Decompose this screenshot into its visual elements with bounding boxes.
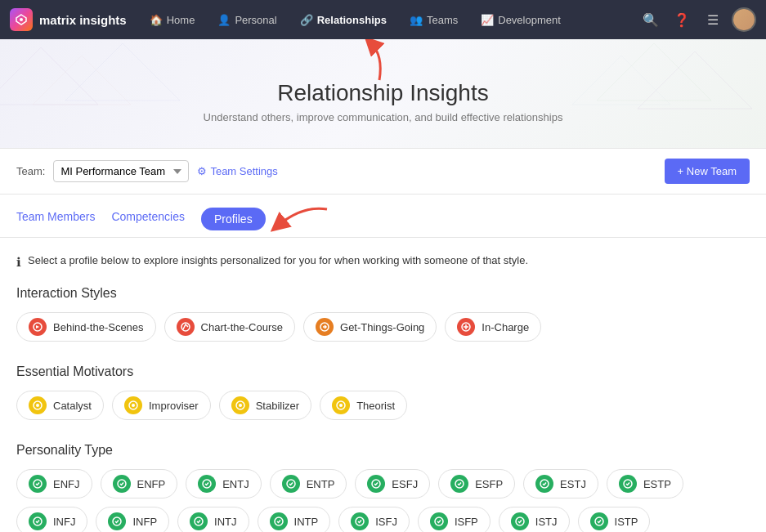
catalyst-label: Catalyst: [53, 400, 92, 412]
istp-icon: [590, 512, 608, 530]
content-area: ℹ Select a profile below to explore insi…: [0, 238, 766, 532]
isfp-label: ISFP: [455, 516, 478, 528]
chip-enfj[interactable]: ENFJ: [16, 469, 92, 498]
tab-competencies[interactable]: Competencies: [111, 210, 185, 235]
chip-infp[interactable]: INFP: [96, 507, 169, 532]
svg-point-15: [132, 404, 135, 407]
chip-get-things-going[interactable]: Get-Things-Going: [303, 312, 437, 342]
navbar: matrix insights 🏠 Home 👤 Personal 🔗 Rela…: [0, 0, 766, 39]
chip-entp[interactable]: ENTP: [270, 469, 347, 498]
new-team-button[interactable]: + New Team: [665, 159, 750, 184]
esfp-icon: [450, 475, 468, 493]
istj-label: ISTJ: [535, 516, 558, 528]
info-banner: ℹ Select a profile below to explore insi…: [16, 254, 750, 270]
essential-motivators-chips: Catalyst Improviser Stabilizer: [16, 391, 750, 420]
hero-subtitle: Understand others, improve communication…: [16, 111, 750, 123]
estj-icon: [535, 475, 553, 493]
in-charge-icon: [457, 318, 475, 336]
essential-motivators-section: Essential Motivators Catalyst Improviser: [16, 364, 750, 420]
personal-icon: 👤: [217, 14, 231, 26]
isfj-label: ISFJ: [375, 516, 397, 528]
entp-icon: [282, 475, 300, 493]
nav-home[interactable]: 🏠 Home: [140, 9, 205, 31]
infp-label: INFP: [132, 516, 157, 528]
gear-icon: ⚙: [197, 165, 207, 177]
istj-icon: [511, 512, 529, 530]
menu-button[interactable]: ☰: [701, 7, 725, 32]
nav-relationships[interactable]: 🔗 Relationships: [290, 9, 396, 31]
chip-theorist[interactable]: Theorist: [320, 391, 407, 420]
intp-icon: [270, 512, 288, 530]
teams-icon: 👥: [410, 14, 423, 26]
chip-catalyst[interactable]: Catalyst: [16, 391, 104, 420]
chip-estj[interactable]: ESTJ: [523, 469, 598, 498]
chip-enfp[interactable]: ENFP: [101, 469, 178, 498]
intp-label: INTP: [294, 516, 319, 528]
infp-icon: [108, 512, 126, 530]
entj-icon: [198, 475, 216, 493]
estj-label: ESTJ: [560, 478, 586, 490]
isfj-icon: [351, 512, 369, 530]
brand-name: matrix insights: [39, 13, 127, 27]
relationships-icon: 🔗: [300, 14, 313, 26]
stabilizer-label: Stabilizer: [256, 400, 299, 412]
istp-label: ISTP: [615, 516, 638, 528]
enfj-label: ENFJ: [53, 478, 80, 490]
get-things-going-label: Get-Things-Going: [340, 321, 424, 333]
theorist-icon: [332, 396, 350, 414]
entj-label: ENTJ: [222, 478, 249, 490]
tabs-container: Team Members Competencies Profiles: [0, 194, 766, 238]
chip-isfj[interactable]: ISFJ: [338, 507, 410, 532]
enfp-icon: [113, 475, 131, 493]
entp-label: ENTP: [307, 478, 335, 490]
info-icon: ℹ: [16, 255, 21, 270]
search-button[interactable]: 🔍: [638, 7, 663, 32]
chip-stabilizer[interactable]: Stabilizer: [219, 391, 311, 420]
stabilizer-icon: [231, 396, 249, 414]
nav-development[interactable]: 📈 Development: [471, 9, 571, 31]
chip-isfp[interactable]: ISFP: [418, 507, 491, 532]
chip-behind-the-scenes[interactable]: Behind-the-Scenes: [16, 312, 156, 342]
improviser-label: Improviser: [149, 400, 199, 412]
nav-arrow: [334, 39, 400, 84]
chip-estp[interactable]: ESTP: [607, 469, 683, 498]
user-avatar[interactable]: [732, 7, 756, 32]
main-content: Team Members Competencies Profiles ℹ Sel…: [0, 194, 766, 532]
estp-label: ESTP: [643, 478, 671, 490]
personality-type-title: Personality Type: [16, 443, 750, 458]
chip-improviser[interactable]: Improviser: [112, 391, 211, 420]
theorist-label: Theorist: [356, 400, 395, 412]
esfj-label: ESFJ: [392, 478, 418, 490]
interaction-styles-section: Interaction Styles Behind-the-Scenes Cha…: [16, 286, 750, 342]
help-button[interactable]: ❓: [670, 7, 694, 32]
personality-type-section: Personality Type ENFJ ENFP ENTJ ENTP ESF…: [16, 443, 750, 532]
nav-teams[interactable]: 👥 Teams: [400, 9, 468, 31]
tab-team-members[interactable]: Team Members: [16, 210, 95, 235]
behind-the-scenes-icon: [29, 318, 47, 336]
catalyst-icon: [29, 396, 47, 414]
team-settings-button[interactable]: ⚙ Team Settings: [197, 165, 277, 177]
chip-istj[interactable]: ISTJ: [499, 507, 570, 532]
svg-point-17: [239, 404, 242, 407]
chip-in-charge[interactable]: In-Charge: [445, 312, 541, 342]
brand-icon: [10, 8, 33, 31]
chip-entj[interactable]: ENTJ: [186, 469, 262, 498]
team-select[interactable]: MI Performance TeamPerformance Team: [53, 160, 189, 182]
hero-section: Relationship Insights Understand others,…: [0, 39, 766, 149]
profiles-arrow: [237, 201, 335, 242]
estp-icon: [619, 475, 637, 493]
team-bar: Team: MI Performance TeamPerformance Tea…: [0, 149, 766, 194]
chip-intj[interactable]: INTJ: [177, 507, 249, 532]
chip-istp[interactable]: ISTP: [578, 507, 651, 532]
chart-the-course-icon: [177, 318, 195, 336]
nav-personal[interactable]: 👤 Personal: [208, 9, 286, 31]
interaction-styles-title: Interaction Styles: [16, 286, 750, 301]
chip-esfj[interactable]: ESFJ: [355, 469, 430, 498]
infj-label: INFJ: [53, 516, 75, 528]
behind-the-scenes-label: Behind-the-Scenes: [53, 321, 144, 333]
chip-intp[interactable]: INTP: [258, 507, 331, 532]
chip-esfp[interactable]: ESFP: [438, 469, 515, 498]
isfp-icon: [430, 512, 448, 530]
chip-infj[interactable]: INFJ: [16, 507, 87, 532]
chip-chart-the-course[interactable]: Chart-the-Course: [164, 312, 295, 342]
